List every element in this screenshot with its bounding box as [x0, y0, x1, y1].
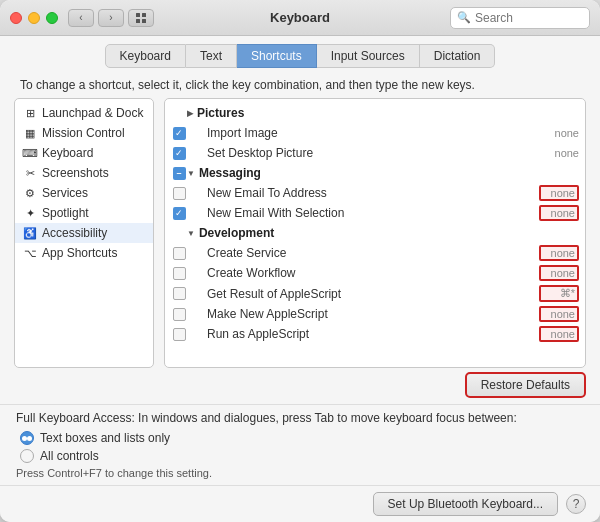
search-box[interactable]: 🔍 — [450, 7, 590, 29]
sidebar-item-keyboard[interactable]: ⌨ Keyboard — [15, 143, 153, 163]
sidebar-item-accessibility[interactable]: ♿ Accessibility — [15, 223, 153, 243]
category-pictures-label: Pictures — [197, 106, 244, 120]
sidebar-item-app-shortcuts[interactable]: ⌥ App Shortcuts — [15, 243, 153, 263]
triangle-icon2: ▼ — [187, 169, 195, 178]
checkbox-empty5 — [173, 308, 186, 321]
tab-keyboard[interactable]: Keyboard — [105, 44, 186, 68]
radio-text-boxes[interactable]: Text boxes and lists only — [16, 431, 584, 445]
app-shortcuts-icon: ⌥ — [23, 246, 37, 260]
shortcut-run-as[interactable]: Run as AppleScript none — [165, 324, 585, 344]
radio-all-controls[interactable]: All controls — [16, 449, 584, 463]
checkbox-checked-icon3: ✓ — [173, 207, 186, 220]
shortcut-new-email-selection[interactable]: ✓ New Email With Selection none — [165, 203, 585, 223]
window: ‹ › Keyboard 🔍 Keyboard Text Shortcuts I… — [0, 0, 600, 522]
category-pictures[interactable]: ▶ Pictures — [165, 103, 585, 123]
category-development-label: Development — [199, 226, 274, 240]
shortcut-new-email-address-label: New Email To Address — [187, 186, 539, 200]
checkbox-minus-icon: – — [173, 167, 186, 180]
shortcuts-panel: ▶ Pictures ✓ Import Image none ✓ Set Des… — [164, 98, 586, 368]
radio-text-boxes-label: Text boxes and lists only — [40, 431, 170, 445]
tab-shortcuts[interactable]: Shortcuts — [237, 44, 317, 68]
svg-rect-3 — [142, 19, 146, 23]
window-title: Keyboard — [270, 10, 330, 25]
svg-rect-0 — [136, 13, 140, 17]
instruction-text: To change a shortcut, select it, click t… — [0, 68, 600, 98]
radio-dot — [22, 436, 27, 441]
control-note: Press Control+F7 to change this setting. — [16, 467, 584, 485]
nav-buttons: ‹ › — [68, 9, 124, 27]
shortcut-create-service-label: Create Service — [187, 246, 539, 260]
tab-dictation[interactable]: Dictation — [420, 44, 496, 68]
tabs-bar: Keyboard Text Shortcuts Input Sources Di… — [0, 36, 600, 68]
sidebar-item-launchpad[interactable]: ⊞ Launchpad & Dock — [15, 103, 153, 123]
checkbox-empty3 — [173, 267, 186, 280]
shortcut-get-result[interactable]: Get Result of AppleScript ⌘* — [165, 283, 585, 304]
help-button[interactable]: ? — [566, 494, 586, 514]
category-development[interactable]: ▼ Development — [165, 223, 585, 243]
shortcut-new-email-selection-key: none — [539, 205, 579, 221]
shortcut-import-image-label: Import Image — [187, 126, 539, 140]
svg-rect-1 — [142, 13, 146, 17]
shortcut-set-desktop-label: Set Desktop Picture — [187, 146, 539, 160]
shortcut-run-as-key: none — [539, 326, 579, 342]
shortcut-make-new-key: none — [539, 306, 579, 322]
svg-rect-2 — [136, 19, 140, 23]
bottom-section: Full Keyboard Access: In windows and dia… — [0, 404, 600, 485]
restore-defaults-button[interactable]: Restore Defaults — [465, 372, 586, 398]
maximize-button[interactable] — [46, 12, 58, 24]
shortcut-make-new-label: Make New AppleScript — [187, 307, 539, 321]
triangle-icon: ▶ — [187, 109, 193, 118]
checkbox-checked-icon2: ✓ — [173, 147, 186, 160]
shortcut-set-desktop-key: none — [539, 147, 579, 159]
grid-button[interactable] — [128, 9, 154, 27]
sidebar-item-mission-control[interactable]: ▦ Mission Control — [15, 123, 153, 143]
search-icon: 🔍 — [457, 11, 471, 24]
accessibility-icon: ♿ — [23, 226, 37, 240]
sidebar-item-screenshots[interactable]: ✂ Screenshots — [15, 163, 153, 183]
shortcut-import-image[interactable]: ✓ Import Image none — [165, 123, 585, 143]
traffic-lights — [10, 12, 58, 24]
restore-defaults-area: Restore Defaults — [0, 368, 600, 404]
main-content: ⊞ Launchpad & Dock ▦ Mission Control ⌨ K… — [0, 98, 600, 368]
radio-text-boxes-btn[interactable] — [20, 431, 34, 445]
close-button[interactable] — [10, 12, 22, 24]
sidebar: ⊞ Launchpad & Dock ▦ Mission Control ⌨ K… — [14, 98, 154, 368]
search-input[interactable] — [475, 11, 583, 25]
mission-control-icon: ▦ — [23, 126, 37, 140]
checkbox-checked-icon: ✓ — [173, 127, 186, 140]
radio-all-controls-btn[interactable] — [20, 449, 34, 463]
shortcut-import-image-key: none — [539, 127, 579, 139]
radio-all-controls-label: All controls — [40, 449, 99, 463]
forward-button[interactable]: › — [98, 9, 124, 27]
keyboard-icon: ⌨ — [23, 146, 37, 160]
checkbox-empty-icon — [173, 187, 186, 200]
checkbox-empty2 — [173, 247, 186, 260]
shortcut-create-workflow[interactable]: Create Workflow none — [165, 263, 585, 283]
shortcut-run-as-label: Run as AppleScript — [187, 327, 539, 341]
shortcut-new-email-address[interactable]: New Email To Address none — [165, 183, 585, 203]
minimize-button[interactable] — [28, 12, 40, 24]
full-keyboard-access-label: Full Keyboard Access: In windows and dia… — [16, 411, 584, 425]
sidebar-item-spotlight[interactable]: ✦ Spotlight — [15, 203, 153, 223]
checkbox-empty6 — [173, 328, 186, 341]
shortcut-set-desktop[interactable]: ✓ Set Desktop Picture none — [165, 143, 585, 163]
tab-input-sources[interactable]: Input Sources — [317, 44, 420, 68]
shortcut-make-new[interactable]: Make New AppleScript none — [165, 304, 585, 324]
spotlight-icon: ✦ — [23, 206, 37, 220]
back-button[interactable]: ‹ — [68, 9, 94, 27]
checkbox-empty4 — [173, 287, 186, 300]
category-messaging[interactable]: – ▼ Messaging — [165, 163, 585, 183]
bluetooth-button[interactable]: Set Up Bluetooth Keyboard... — [373, 492, 558, 516]
triangle-icon3: ▼ — [187, 229, 195, 238]
shortcut-new-email-address-key: none — [539, 185, 579, 201]
sidebar-item-services[interactable]: ⚙ Services — [15, 183, 153, 203]
titlebar: ‹ › Keyboard 🔍 — [0, 0, 600, 36]
shortcut-get-result-label: Get Result of AppleScript — [187, 287, 539, 301]
shortcut-create-service[interactable]: Create Service none — [165, 243, 585, 263]
shortcut-create-workflow-label: Create Workflow — [187, 266, 539, 280]
screenshots-icon: ✂ — [23, 166, 37, 180]
tab-text[interactable]: Text — [186, 44, 237, 68]
shortcut-create-workflow-key: none — [539, 265, 579, 281]
pictures-check — [171, 106, 187, 120]
footer-bar: Set Up Bluetooth Keyboard... ? — [0, 485, 600, 522]
